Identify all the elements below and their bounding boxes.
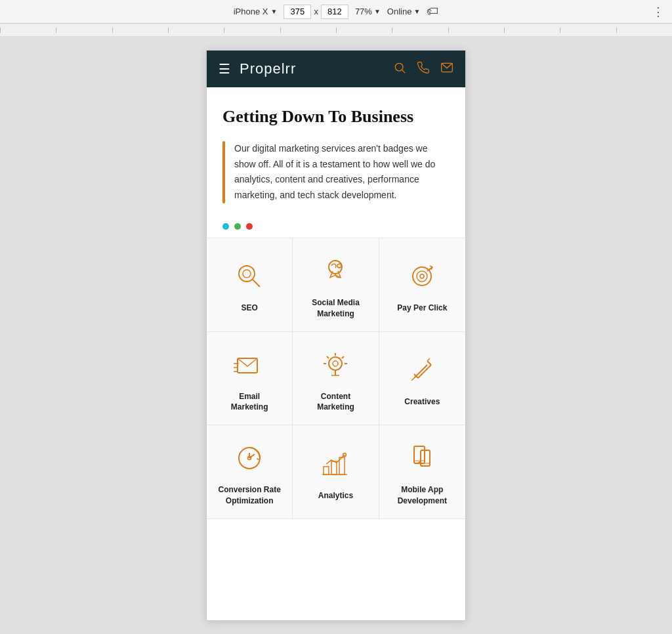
connection-chevron: ▼	[413, 8, 420, 15]
svg-point-9	[417, 271, 427, 282]
svg-point-43	[419, 462, 421, 464]
svg-point-10	[420, 274, 424, 278]
brand-name: Propelrr	[240, 60, 296, 77]
service-pay-per-click[interactable]: Pay Per Click	[379, 238, 465, 332]
hero-quote: Our digital marketing services aren't ba…	[222, 141, 450, 203]
browser-bar: iPhone X ▼ x 77% ▼ Online ▼ 🏷 ⋮	[0, 0, 672, 24]
quote-border	[222, 141, 225, 203]
svg-line-4	[253, 280, 260, 287]
svg-rect-37	[339, 457, 345, 475]
tag-icon[interactable]: 🏷	[427, 5, 438, 18]
dimension-inputs: x	[284, 5, 348, 19]
content-area: ☰ Propelrr	[0, 37, 672, 634]
service-content-marketing[interactable]: ContentMarketing	[293, 332, 379, 426]
service-creatives[interactable]: Creatives	[379, 332, 465, 426]
svg-point-7	[337, 264, 341, 268]
service-analytics[interactable]: Analytics	[293, 425, 379, 519]
height-input[interactable]	[321, 5, 348, 19]
ruler-marks	[0, 28, 672, 33]
svg-line-18	[342, 356, 344, 358]
conversion-rate-label: Conversion RateOptimization	[218, 484, 280, 507]
nav-left: ☰ Propelrr	[219, 60, 296, 77]
social-media-label: Social MediaMarketing	[312, 297, 360, 320]
zoom-chevron: ▼	[374, 8, 381, 15]
ruler	[0, 24, 672, 37]
hero-body-text: Our digital marketing services aren't ba…	[234, 141, 450, 203]
email-marketing-label: EmailMarketing	[231, 391, 268, 413]
zoom-label: 77%	[355, 7, 372, 16]
email-marketing-icon	[231, 347, 268, 383]
analytics-label: Analytics	[318, 490, 353, 501]
dot-3[interactable]	[246, 223, 253, 230]
seo-label: SEO	[241, 303, 257, 314]
svg-point-0	[395, 63, 403, 71]
service-email-marketing[interactable]: EmailMarketing	[207, 332, 293, 426]
service-social-media[interactable]: Social MediaMarketing	[293, 238, 379, 332]
connection-selector[interactable]: Online ▼	[387, 7, 420, 16]
svg-point-3	[239, 266, 255, 282]
phone-frame: ☰ Propelrr	[206, 50, 466, 621]
x-separator: x	[314, 7, 318, 16]
device-selector[interactable]: iPhone X ▼	[234, 7, 278, 16]
service-conversion-rate[interactable]: Conversion RateOptimization	[207, 425, 293, 519]
svg-line-20	[327, 356, 329, 358]
creatives-icon	[404, 352, 440, 389]
svg-rect-35	[324, 467, 329, 475]
svg-point-24	[333, 361, 338, 366]
dot-1[interactable]	[222, 223, 229, 230]
svg-line-28	[427, 361, 431, 365]
mobile-app-label: Mobile AppDevelopment	[398, 484, 447, 507]
service-mobile-app[interactable]: Mobile AppDevelopment	[379, 425, 465, 519]
mobile-app-icon	[404, 440, 440, 476]
service-seo[interactable]: SEO	[207, 238, 293, 332]
navigation-bar: ☰ Propelrr	[207, 51, 465, 87]
zoom-selector[interactable]: 77% ▼	[355, 7, 381, 16]
width-input[interactable]	[284, 5, 311, 19]
connection-label: Online	[387, 7, 412, 16]
creatives-label: Creatives	[404, 396, 440, 408]
content-marketing-icon	[317, 347, 354, 383]
social-icon	[317, 253, 354, 289]
dot-2[interactable]	[234, 223, 241, 230]
svg-line-29	[427, 358, 430, 361]
seo-icon	[231, 258, 268, 295]
hero-section: Getting Down To Business Our digital mar…	[207, 87, 465, 214]
svg-point-16	[329, 357, 342, 370]
services-grid: SEO Social MediaMarketing	[207, 238, 465, 519]
search-icon[interactable]	[393, 61, 406, 77]
pay-per-click-label: Pay Per Click	[397, 303, 447, 314]
conversion-rate-icon	[231, 440, 268, 476]
more-options-button[interactable]: ⋮	[652, 5, 664, 19]
svg-point-5	[243, 270, 251, 278]
hero-title: Getting Down To Business	[222, 106, 450, 128]
hamburger-icon[interactable]: ☰	[219, 61, 230, 77]
svg-line-1	[402, 70, 406, 73]
pay-per-click-icon	[404, 258, 440, 295]
dots-indicator	[207, 214, 465, 238]
analytics-icon	[317, 446, 354, 482]
svg-rect-36	[331, 461, 337, 475]
device-label: iPhone X	[234, 7, 268, 16]
device-chevron: ▼	[270, 8, 277, 15]
mail-icon[interactable]	[440, 61, 453, 77]
phone-icon[interactable]	[417, 61, 430, 77]
nav-right	[393, 61, 453, 77]
svg-line-30	[411, 378, 414, 381]
content-marketing-label: ContentMarketing	[317, 391, 354, 413]
